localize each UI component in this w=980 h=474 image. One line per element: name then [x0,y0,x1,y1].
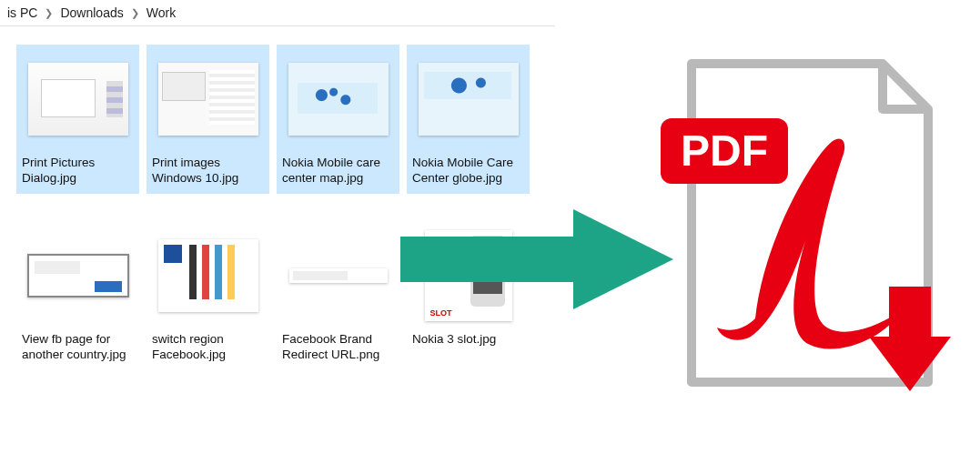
thumbnail [277,45,399,154]
file-grid: Print Pictures Dialog.jpg Print images W… [0,26,564,370]
thumbnail [407,221,530,330]
svg-rect-2 [889,287,931,341]
chevron-right-icon: ❯ [127,7,143,19]
thumbnail [146,45,269,154]
svg-marker-3 [869,337,951,391]
file-label: Facebook Brand Redirect URL.png [277,330,399,370]
thumbnail [407,45,530,154]
file-item[interactable]: Nokia Mobile care center map.jpg [277,45,399,194]
file-label: switch region Facebook.jpg [146,330,269,370]
pdf-badge-text: PDF [681,126,768,175]
thumbnail [146,221,269,330]
thumbnail [277,221,399,330]
file-label: Print Pictures Dialog.jpg [16,154,139,194]
chevron-right-icon: ❯ [41,7,56,19]
file-item[interactable]: Nokia Mobile Care Center globe.jpg [407,45,530,194]
file-item[interactable]: Facebook Brand Redirect URL.png [277,221,399,370]
thumbnail [16,221,139,330]
file-label: Nokia Mobile care center map.jpg [277,154,399,194]
file-label: Print images Windows 10.jpg [146,154,269,194]
file-item[interactable]: Print Pictures Dialog.jpg [16,45,139,194]
crumb-this-pc[interactable]: is PC [4,5,41,20]
file-label: Nokia Mobile Care Center globe.jpg [407,154,530,194]
file-label: Nokia 3 slot.jpg [407,330,530,355]
file-row: Print Pictures Dialog.jpg Print images W… [16,45,564,194]
crumb-downloads[interactable]: Downloads [56,5,126,20]
breadcrumb[interactable]: is PC ❯ Downloads ❯ Work [0,0,555,26]
pdf-download-icon: PDF [655,55,955,400]
file-item[interactable]: View fb page for another country.jpg [16,221,139,370]
file-row: View fb page for another country.jpg swi… [16,221,564,370]
svg-rect-1 [661,118,788,184]
file-label: View fb page for another country.jpg [16,330,139,370]
thumbnail [16,45,139,154]
file-item[interactable]: Print images Windows 10.jpg [146,45,269,194]
file-item[interactable]: Nokia 3 slot.jpg [407,221,530,370]
crumb-work[interactable]: Work [143,5,179,20]
file-item[interactable]: switch region Facebook.jpg [146,221,269,370]
